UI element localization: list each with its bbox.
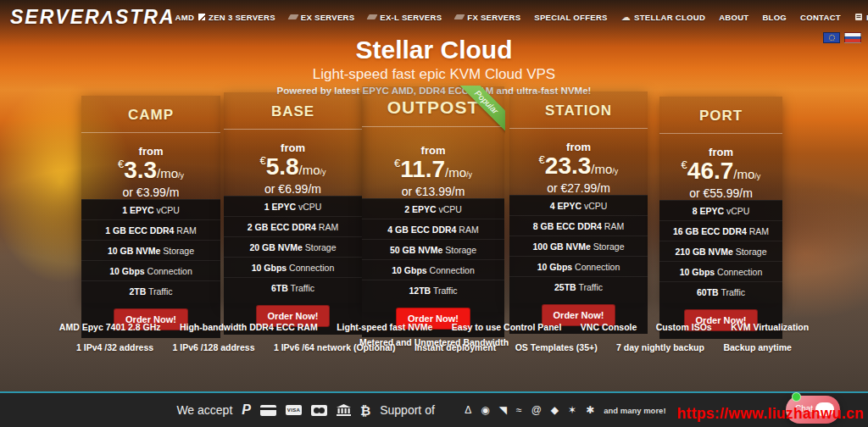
- plan-alt-price: or €27.99/m: [509, 181, 648, 195]
- plan-feature-ram: 1 GB ECC DDR4 RAM: [81, 219, 220, 240]
- plan-feature-storage: 10 GB NVMe Storage: [81, 240, 220, 260]
- plan-feature-ram: 8 GB ECC DDR4 RAM: [509, 215, 648, 236]
- plan-feature-cpu: 2 EPYC vCPU: [362, 198, 504, 219]
- feature-item: Backup anytime: [723, 342, 792, 352]
- plan-feature-connection: 10 Gbps Connection: [659, 261, 782, 281]
- feature-item: VNC Console: [581, 322, 637, 332]
- page-subtitle: Light-speed fast epic KVM Cloud VPS: [0, 66, 868, 83]
- we-accept-label: We accept: [176, 403, 232, 417]
- divider: [224, 129, 362, 130]
- amd-logo-text: AMD: [175, 13, 195, 22]
- feature-item: Light-speed fast NVMe: [337, 322, 432, 332]
- nav-item-fx-servers[interactable]: FX SERVERS: [455, 13, 520, 22]
- online-status-dot: [792, 392, 801, 402]
- nav-item-special-offers[interactable]: SPECIAL OFFERS: [534, 13, 607, 22]
- page-title: Stellar Cloud: [0, 36, 868, 64]
- arch-flag-icon: ◥: [499, 405, 507, 415]
- opensuse-icon: ✶: [568, 405, 576, 415]
- plan-name: CAMP: [81, 107, 220, 124]
- server-icon: [367, 14, 378, 19]
- visa-icon: VISA: [286, 405, 302, 415]
- feature-item: 1 IPv6 /128 address: [173, 342, 255, 352]
- many-more-label: and many more!: [604, 406, 665, 415]
- nav-item-exl-servers[interactable]: EX-L SERVERS: [368, 13, 442, 22]
- plan-feature-connection: 10 Gbps Connection: [362, 259, 504, 280]
- plan-feature-ram: 16 GB ECC DDR4 RAM: [659, 220, 782, 241]
- fedora-icon: ◉: [481, 405, 489, 415]
- plan-feature-storage: 100 GB NVMe Storage: [509, 236, 648, 256]
- plan-price: €46.7/mo/y: [659, 159, 782, 183]
- paypal-icon: P: [242, 402, 251, 418]
- nav-item-about[interactable]: ABOUT: [719, 13, 748, 22]
- nav-item-stellar-cloud[interactable]: ☁ STELLAR CLOUD: [621, 12, 705, 23]
- pricing-card-outpost: Popular OUTPOST from €11.7/mo/y or €13.9…: [362, 86, 504, 312]
- plan-price: €23.3/mo/y: [509, 154, 648, 178]
- server-icon: [287, 14, 298, 19]
- nav-item-amd-zen3-servers[interactable]: AMD ZEN 3 SERVERS: [175, 13, 275, 22]
- nav-item-contact[interactable]: CONTACT: [800, 13, 841, 22]
- gentoo-icon: ◆: [551, 405, 559, 415]
- plan-alt-price: or €3.99/m: [81, 186, 220, 199]
- server-icon: [454, 14, 465, 19]
- ru-flag[interactable]: [844, 32, 861, 43]
- bank-icon: [337, 404, 351, 416]
- plan-feature-traffic: 60TB Traffic: [659, 281, 782, 302]
- plan-alt-price: or €55.99/m: [659, 186, 782, 200]
- feature-item: 1 IPv4 /32 address: [76, 342, 153, 352]
- feature-item: 7 day nightly backup: [616, 342, 704, 352]
- credit-card-icon: [260, 405, 276, 416]
- plan-feature-traffic: 2TB Traffic: [81, 280, 220, 301]
- feature-item: Custom ISOs: [656, 322, 712, 332]
- plan-alt-price: or €6.99/m: [224, 182, 362, 196]
- plan-feature-storage: 210 GB NVMe Storage: [659, 241, 782, 261]
- feature-item: KVM Virtualization: [731, 322, 809, 332]
- centos-icon: ✱: [586, 405, 594, 415]
- plan-feature-connection: 10 Gbps Connection: [509, 256, 648, 276]
- from-label: from: [224, 141, 362, 154]
- plan-feature-cpu: 1 EPYC vCPU: [224, 196, 362, 216]
- nav-item-blog[interactable]: BLOG: [762, 13, 787, 22]
- feature-item: OS Templates (35+): [515, 342, 598, 352]
- eu-flag[interactable]: [823, 32, 840, 43]
- from-label: from: [81, 145, 220, 158]
- plan-feature-cpu: 4 EPYC vCPU: [509, 195, 648, 215]
- plan-name: PORT: [659, 108, 782, 125]
- from-label: from: [659, 146, 782, 158]
- plan-feature-traffic: 6TB Traffic: [224, 277, 362, 297]
- divider: [81, 132, 220, 133]
- nav-item-ex-servers[interactable]: EX SERVERS: [289, 13, 355, 22]
- feature-item: Instant deployment: [415, 342, 496, 352]
- feature-item: High-bandwidth DDR4 ECC RAM: [180, 322, 318, 332]
- top-nav: SERVERΛSTRA AMD ZEN 3 SERVERS EX SERVERS…: [0, 0, 868, 34]
- divider: [659, 133, 782, 134]
- pricing-card-base: BASE from €5.8/mo/y or €6.99/m 1 EPYC vC…: [224, 92, 362, 303]
- amd-logo-icon: [198, 14, 205, 20]
- linux-distro-icon: Δ: [465, 405, 471, 415]
- plan-feature-connection: 10 Gbps Connection: [81, 260, 220, 280]
- popular-ribbon: Popular: [453, 86, 505, 138]
- feature-item: 1 IPv6 /64 network (Optional): [274, 342, 396, 352]
- pricing-card-port: PORT from €46.7/mo/y or €55.99/m 8 EPYC …: [659, 97, 782, 303]
- plan-name: BASE: [224, 103, 362, 120]
- plan-name: STATION: [509, 103, 648, 119]
- windows-icon: [444, 404, 456, 416]
- divider: [509, 128, 648, 129]
- feature-item: AMD Epyc 7401 2.8 GHz: [59, 322, 161, 332]
- plan-feature-traffic: 12TB Traffic: [362, 280, 504, 300]
- serverastra-stellar-cloud-page: SERVERΛSTRA AMD ZEN 3 SERVERS EX SERVERS…: [0, 0, 868, 427]
- plan-price: €11.7/mo/y: [362, 158, 504, 181]
- plan-feature-storage: 20 GB NVMe Storage: [224, 236, 362, 257]
- pricing-card-station: STATION from €23.3/mo/y or €27.99/m 4 EP…: [509, 92, 648, 303]
- from-label: from: [362, 144, 504, 157]
- nav-item-faq[interactable]: FAQ: [854, 13, 868, 22]
- serverastra-logo[interactable]: SERVERΛSTRA: [10, 6, 175, 29]
- plan-alt-price: or €13.99/m: [362, 185, 504, 198]
- freebsd-icon: ≈: [516, 405, 522, 415]
- feature-item: Easy to use Control Panel: [452, 322, 562, 332]
- plan-feature-ram: 4 GB ECC DDR4 RAM: [362, 219, 504, 239]
- debian-icon: @: [531, 405, 542, 415]
- from-label: from: [509, 141, 648, 153]
- book-icon: [854, 13, 863, 21]
- plan-price: €5.8/mo/y: [224, 155, 362, 179]
- bitcoin-icon: ₿: [360, 403, 370, 418]
